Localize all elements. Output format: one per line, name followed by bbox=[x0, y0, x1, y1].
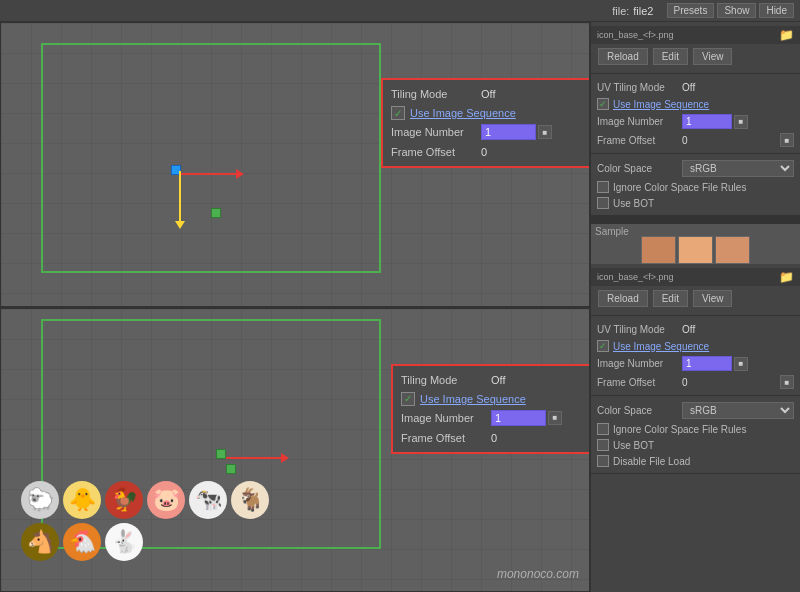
hide-button[interactable]: Hide bbox=[759, 3, 794, 18]
image-icon-bottom[interactable]: ■ bbox=[734, 357, 748, 371]
popup1-image-row: Image Number ■ bbox=[387, 122, 590, 142]
panel-divider bbox=[591, 216, 800, 224]
uv-tiling-row-bottom: UV Tiling Mode Off bbox=[591, 320, 800, 338]
image-icon-top[interactable]: ■ bbox=[734, 115, 748, 129]
image-number-label-top: Image Number bbox=[597, 116, 682, 127]
yellow-arrow bbox=[175, 171, 185, 229]
popup2-image-label: Image Number bbox=[401, 412, 491, 424]
ignore-cs-cb-bottom[interactable] bbox=[597, 423, 609, 435]
ignore-cs-label-bottom: Ignore Color Space File Rules bbox=[613, 424, 746, 435]
frame-offset-value-bottom: 0 bbox=[682, 377, 778, 388]
sample-img-3 bbox=[715, 236, 750, 264]
frame-icon-top[interactable]: ■ bbox=[780, 133, 794, 147]
animals-area: 🐑 🐥 🐓 🐷 🐄 🐐 🐴 🐔 🐇 bbox=[21, 481, 281, 561]
uv-tiling-label-top: UV Tiling Mode bbox=[597, 82, 682, 93]
use-image-seq-cb-bottom[interactable]: ✓ bbox=[597, 340, 609, 352]
view-btn-top[interactable]: View bbox=[693, 48, 733, 65]
disable-file-cb[interactable] bbox=[597, 455, 609, 467]
sample-label: Sample bbox=[595, 226, 629, 237]
use-image-seq-label-top: Use Image Sequence bbox=[613, 99, 709, 110]
popup-2: Tiling Mode Off ✓ Use Image Sequence Ima… bbox=[391, 364, 590, 454]
popup1-checkbox-label: Use Image Sequence bbox=[410, 107, 516, 119]
use-image-seq-row-bottom: ✓ Use Image Sequence bbox=[591, 338, 800, 354]
popup1-frame-row: Frame Offset 0 ■ bbox=[387, 142, 590, 162]
panel-section-uv-bottom: UV Tiling Mode Off ✓ Use Image Sequence … bbox=[591, 316, 800, 396]
animal-rabbit: 🐇 bbox=[105, 523, 143, 561]
popup2-tiling-label: Tiling Mode bbox=[401, 374, 491, 386]
color-space-label-bottom: Color Space bbox=[597, 405, 682, 416]
view-btn-bottom[interactable]: View bbox=[693, 290, 733, 307]
file-value: file2 bbox=[633, 5, 653, 17]
use-bot-label-bottom: Use BOT bbox=[613, 440, 654, 451]
popup1-checkbox[interactable]: ✓ bbox=[391, 106, 405, 120]
use-image-seq-label-bottom: Use Image Sequence bbox=[613, 341, 709, 352]
image-number-input-top[interactable] bbox=[682, 114, 732, 129]
popup2-checkbox[interactable]: ✓ bbox=[401, 392, 415, 406]
sample-img-1 bbox=[641, 236, 676, 264]
panel-section-uv-top: UV Tiling Mode Off ✓ Use Image Sequence … bbox=[591, 74, 800, 154]
use-bot-label-top: Use BOT bbox=[613, 198, 654, 209]
sample-img-2 bbox=[678, 236, 713, 264]
ignore-cs-cb-top[interactable] bbox=[597, 181, 609, 193]
folder-icon-bottom[interactable]: 📁 bbox=[779, 270, 794, 284]
folder-icon-top[interactable]: 📁 bbox=[779, 28, 794, 42]
use-image-seq-row-top: ✓ Use Image Sequence bbox=[591, 96, 800, 112]
use-bot-row-top: Use BOT bbox=[591, 195, 800, 211]
popup2-checkbox-label: Use Image Sequence bbox=[420, 393, 526, 405]
sample-preview bbox=[641, 224, 750, 264]
popup2-image-row: Image Number ■ bbox=[397, 408, 590, 428]
animal-horse: 🐴 bbox=[21, 523, 59, 561]
small-green-sq-top bbox=[211, 208, 221, 218]
animal-rooster: 🐔 bbox=[63, 523, 101, 561]
presets-button[interactable]: Presets bbox=[667, 3, 715, 18]
image-number-row-bottom: Image Number ■ bbox=[591, 354, 800, 373]
panel-section-bottom-file: icon_base_<f>.png 📁 Reload Edit View bbox=[591, 264, 800, 316]
popup1-frame-label: Frame Offset bbox=[391, 146, 481, 158]
show-button[interactable]: Show bbox=[717, 3, 756, 18]
file-path-top: icon_base_<f>.png bbox=[597, 30, 776, 40]
popup1-tiling-value: Off bbox=[481, 88, 590, 100]
image-number-input-bottom[interactable] bbox=[682, 356, 732, 371]
ignore-cs-row-bottom: Ignore Color Space File Rules bbox=[591, 421, 800, 437]
popup2-image-icon[interactable]: ■ bbox=[548, 411, 562, 425]
small-green-sq-bottom bbox=[226, 464, 236, 474]
frame-offset-value-top: 0 bbox=[682, 135, 778, 146]
use-bot-cb-top[interactable] bbox=[597, 197, 609, 209]
use-bot-cb-bottom[interactable] bbox=[597, 439, 609, 451]
use-image-seq-cb-top[interactable]: ✓ bbox=[597, 98, 609, 110]
thumbnail-area: Sample bbox=[591, 224, 800, 264]
disable-file-label: Disable File Load bbox=[613, 456, 690, 467]
popup2-tiling-value: Off bbox=[491, 374, 590, 386]
popup1-image-icon[interactable]: ■ bbox=[538, 125, 552, 139]
animal-pig: 🐷 bbox=[147, 481, 185, 519]
ignore-cs-row-top: Ignore Color Space File Rules bbox=[591, 179, 800, 195]
viewport-bottom: 🐑 🐥 🐓 🐷 🐄 🐐 🐴 🐔 🐇 bbox=[0, 308, 590, 593]
file-label: file: bbox=[612, 5, 629, 17]
image-number-row-top: Image Number ■ bbox=[591, 112, 800, 131]
reload-btn-bottom[interactable]: Reload bbox=[598, 290, 648, 307]
animal-chick: 🐥 bbox=[63, 481, 101, 519]
popup2-tiling-row: Tiling Mode Off bbox=[397, 370, 590, 390]
top-btn-row: Reload Edit View bbox=[591, 44, 800, 69]
frame-icon-bottom[interactable]: ■ bbox=[780, 375, 794, 389]
disable-file-row: Disable File Load bbox=[591, 453, 800, 469]
image-number-label-bottom: Image Number bbox=[597, 358, 682, 369]
top-bar: file: file2 Presets Show Hide bbox=[0, 0, 800, 22]
edit-btn-bottom[interactable]: Edit bbox=[653, 290, 688, 307]
reload-btn-top[interactable]: Reload bbox=[598, 48, 648, 65]
edit-btn-top[interactable]: Edit bbox=[653, 48, 688, 65]
popup2-frame-value: 0 bbox=[491, 432, 590, 444]
panel-section-color-top: Color Space sRGB Ignore Color Space File… bbox=[591, 154, 800, 216]
uv-tiling-row-top: UV Tiling Mode Off bbox=[591, 78, 800, 96]
watermark: mononoco.com bbox=[497, 567, 579, 581]
content-area: Tiling Mode Off ✓ Use Image Sequence Ima… bbox=[0, 22, 800, 592]
popup2-image-input[interactable] bbox=[491, 410, 546, 426]
uv-tiling-value-top: Off bbox=[682, 82, 794, 93]
bottom-btn-row: Reload Edit View bbox=[591, 286, 800, 311]
color-space-dropdown-bottom[interactable]: sRGB bbox=[682, 402, 794, 419]
animal-cow: 🐄 bbox=[189, 481, 227, 519]
popup1-image-label: Image Number bbox=[391, 126, 481, 138]
color-space-dropdown-top[interactable]: sRGB bbox=[682, 160, 794, 177]
popup1-image-input[interactable] bbox=[481, 124, 536, 140]
popup1-checkbox-row: ✓ Use Image Sequence bbox=[387, 104, 590, 122]
